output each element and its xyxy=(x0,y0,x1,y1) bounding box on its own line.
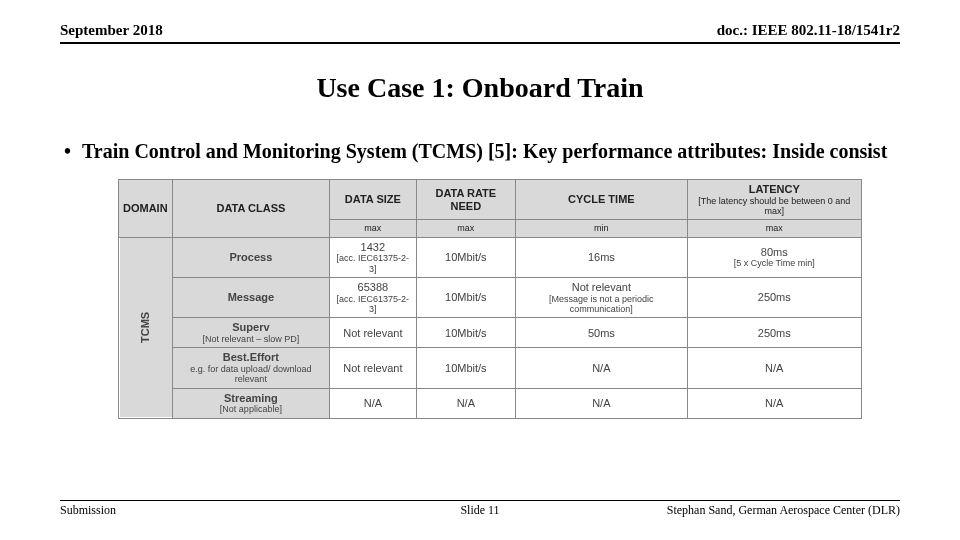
col-latency: LATENCY [The latency should be between 0… xyxy=(687,180,861,220)
lat-cell: 250ms xyxy=(687,278,861,318)
slide-title: Use Case 1: Onboard Train xyxy=(0,72,960,104)
footer-left: Submission xyxy=(60,503,116,518)
cycle-cell: 16ms xyxy=(516,237,687,277)
cycle-cell: 50ms xyxy=(516,318,687,348)
col-dataclass: DATA CLASS xyxy=(172,180,330,238)
col-datarate: DATA RATE NEED xyxy=(416,180,516,220)
sub-max1: max xyxy=(330,220,416,237)
col-datasize: DATA SIZE xyxy=(330,180,416,220)
lat-cell: N/A xyxy=(687,388,861,418)
size-cell: 65388 [acc. IEC61375-2-3] xyxy=(330,278,416,318)
cycle-cell: N/A xyxy=(516,388,687,418)
class-cell: Process xyxy=(172,237,330,277)
domain-label: TCMS xyxy=(119,237,173,418)
class-cell: Message xyxy=(172,278,330,318)
footer-slide-number: Slide 11 xyxy=(460,503,499,518)
slide-footer: Submission Slide 11 Stephan Sand, German… xyxy=(60,500,900,518)
sub-min: min xyxy=(516,220,687,237)
class-cell: Best.Effort e.g. for data upload/ downlo… xyxy=(172,348,330,388)
table-row: Streaming [Not applicable] N/A N/A N/A N… xyxy=(119,388,862,418)
table-container: DOMAIN DATA CLASS DATA SIZE DATA RATE NE… xyxy=(118,179,862,419)
table-header-row: DOMAIN DATA CLASS DATA SIZE DATA RATE NE… xyxy=(119,180,862,220)
footer-author: Stephan Sand, German Aerospace Center (D… xyxy=(667,503,900,518)
class-cell: Superv [Not relevant – slow PD] xyxy=(172,318,330,348)
table-row: Best.Effort e.g. for data upload/ downlo… xyxy=(119,348,862,388)
header-docnum: doc.: IEEE 802.11-18/1541r2 xyxy=(717,22,900,39)
lat-cell: 80ms [5 x Cycle Time min] xyxy=(687,237,861,277)
bullet-main: Train Control and Monitoring System (TCM… xyxy=(82,138,890,165)
header-date: September 2018 xyxy=(60,22,163,39)
table-row: Superv [Not relevant – slow PD] Not rele… xyxy=(119,318,862,348)
rate-cell: 10Mbit/s xyxy=(416,318,516,348)
size-cell: N/A xyxy=(330,388,416,418)
cycle-cell: N/A xyxy=(516,348,687,388)
rate-cell: 10Mbit/s xyxy=(416,237,516,277)
lat-cell: N/A xyxy=(687,348,861,388)
size-cell: Not relevant xyxy=(330,318,416,348)
col-domain: DOMAIN xyxy=(119,180,173,238)
sub-max3: max xyxy=(687,220,861,237)
lat-cell: 250ms xyxy=(687,318,861,348)
tcms-table: DOMAIN DATA CLASS DATA SIZE DATA RATE NE… xyxy=(118,179,862,419)
rate-cell: N/A xyxy=(416,388,516,418)
cycle-cell: Not relevant [Message is not a periodic … xyxy=(516,278,687,318)
rate-cell: 10Mbit/s xyxy=(416,348,516,388)
col-cycletime: CYCLE TIME xyxy=(516,180,687,220)
size-cell: Not relevant xyxy=(330,348,416,388)
size-cell: 1432 [acc. IEC61375-2-3] xyxy=(330,237,416,277)
rate-cell: 10Mbit/s xyxy=(416,278,516,318)
table-row: TCMS Process 1432 [acc. IEC61375-2-3] 10… xyxy=(119,237,862,277)
sub-max2: max xyxy=(416,220,516,237)
class-cell: Streaming [Not applicable] xyxy=(172,388,330,418)
slide-header: September 2018 doc.: IEEE 802.11-18/1541… xyxy=(60,0,900,44)
table-row: Message 65388 [acc. IEC61375-2-3] 10Mbit… xyxy=(119,278,862,318)
